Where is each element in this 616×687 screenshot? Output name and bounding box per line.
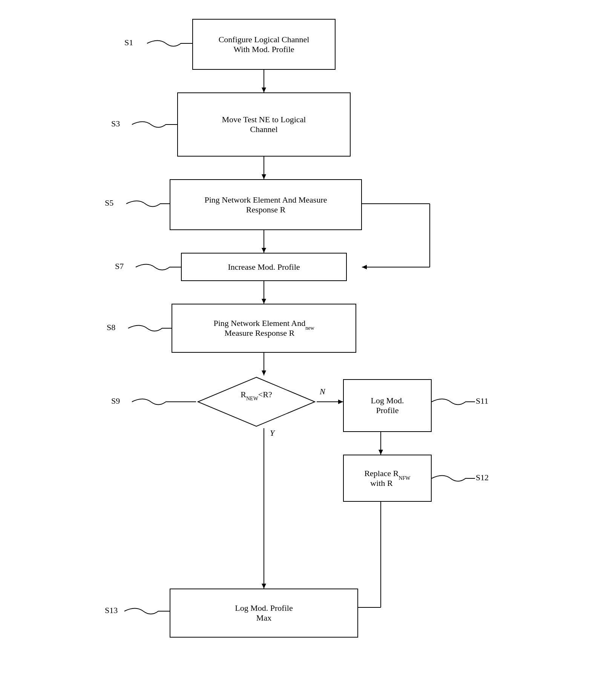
svg-marker-3 xyxy=(262,174,266,179)
label-s12: S12 xyxy=(476,473,489,483)
box-s8: Ping Network Element AndMeasure Response… xyxy=(172,304,356,353)
label-s1: S1 xyxy=(124,38,133,48)
label-s3: S3 xyxy=(111,119,120,129)
label-s8: S8 xyxy=(107,323,115,332)
diagram-container: Y N S1 Configure Logical ChannelWith Mod… xyxy=(0,0,616,687)
svg-marker-24 xyxy=(198,377,315,426)
svg-marker-7 xyxy=(262,299,266,304)
box-s5: Ping Network Element And MeasureResponse… xyxy=(170,179,362,230)
svg-marker-9 xyxy=(262,370,266,375)
svg-marker-1 xyxy=(262,88,266,92)
box-s1: Configure Logical ChannelWith Mod. Profi… xyxy=(192,19,336,70)
label-s9: S9 xyxy=(111,396,120,406)
svg-marker-5 xyxy=(262,248,266,253)
label-s11: S11 xyxy=(476,396,488,406)
box-s13: Log Mod. ProfileMax xyxy=(170,589,358,638)
box-s12: Replace Rwith RNFW xyxy=(343,455,432,502)
label-s13: S13 xyxy=(105,606,118,615)
box-s3: Move Test NE to LogicalChannel xyxy=(177,92,351,157)
box-s7: Increase Mod. Profile xyxy=(181,253,347,281)
box-s11: Log Mod.Profile xyxy=(343,379,432,432)
diamond-s9: RNEW<R? xyxy=(196,375,317,428)
svg-marker-21 xyxy=(362,265,367,269)
label-s5: S5 xyxy=(105,198,113,208)
label-s7: S7 xyxy=(115,261,124,271)
